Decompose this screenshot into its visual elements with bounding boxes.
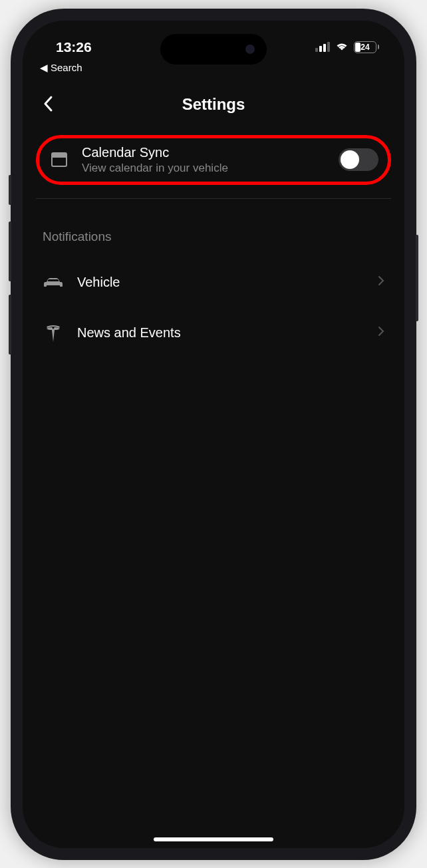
nav-row-news[interactable]: News and Events xyxy=(36,308,391,359)
calendar-sync-highlight: Calendar Sync View calendar in your vehi… xyxy=(36,135,391,185)
battery-icon: 24 xyxy=(354,41,379,53)
page-title: Settings xyxy=(182,95,245,114)
status-icons: 24 xyxy=(315,41,379,53)
battery-percent: 24 xyxy=(360,43,369,52)
nav-header: Settings xyxy=(23,75,404,130)
breadcrumb-label: Search xyxy=(51,62,82,73)
back-button[interactable] xyxy=(43,95,53,117)
chevron-left-icon xyxy=(43,95,53,112)
phone-side-button xyxy=(416,235,418,321)
notifications-section-header: Notifications xyxy=(36,199,391,257)
dynamic-island xyxy=(160,34,267,65)
cellular-signal-icon xyxy=(315,43,330,52)
calendar-sync-toggle[interactable] xyxy=(339,148,378,171)
calendar-sync-row[interactable]: Calendar Sync View calendar in your vehi… xyxy=(49,145,378,175)
toggle-knob xyxy=(341,150,359,169)
calendar-sync-text: Calendar Sync View calendar in your vehi… xyxy=(82,145,327,175)
screen: 13:26 24 ◀ Search xyxy=(23,21,404,848)
calendar-icon xyxy=(49,149,70,170)
calendar-sync-subtitle: View calendar in your vehicle xyxy=(82,162,327,175)
nav-label-news: News and Events xyxy=(77,325,364,341)
phone-frame: 13:26 24 ◀ Search xyxy=(11,9,416,860)
status-time: 13:26 xyxy=(56,39,92,55)
breadcrumb-caret-icon: ◀ xyxy=(40,62,48,74)
nav-label-vehicle: Vehicle xyxy=(77,275,364,290)
content: Calendar Sync View calendar in your vehi… xyxy=(23,130,404,364)
tesla-icon xyxy=(43,323,64,344)
chevron-right-icon xyxy=(378,275,384,289)
chevron-right-icon xyxy=(378,326,384,340)
nav-row-vehicle[interactable]: Vehicle xyxy=(36,257,391,308)
calendar-sync-title: Calendar Sync xyxy=(82,145,327,160)
home-indicator[interactable] xyxy=(154,837,273,841)
car-icon xyxy=(43,272,64,293)
wifi-icon xyxy=(335,42,349,52)
